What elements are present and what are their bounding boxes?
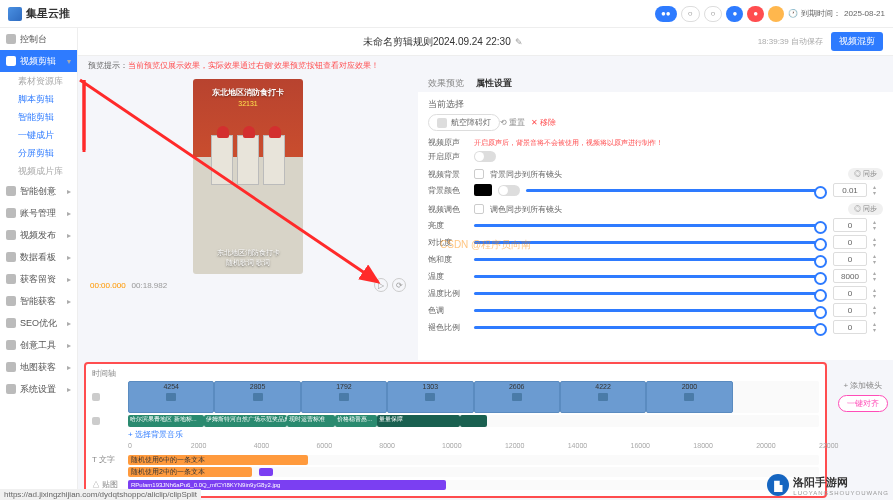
sidebar-item-10[interactable]: 系统设置▸	[0, 378, 77, 400]
slider-val-5[interactable]: 0	[833, 303, 867, 317]
slider-6[interactable]	[474, 326, 827, 329]
play-button[interactable]: ▷	[374, 278, 388, 292]
sync-button-1[interactable]: ◎ 同步	[848, 168, 883, 180]
stepper-3[interactable]: ▴▾	[873, 270, 883, 282]
stepper-4[interactable]: ▴▾	[873, 287, 883, 299]
slider-val-0[interactable]: 0	[833, 218, 867, 232]
audio-track[interactable]: 哈尔滨果青地区 新地标...伊姆斯特河自然广场示范奖品典...现时运营标准价格稳…	[128, 415, 819, 427]
slider-label-0: 亮度	[428, 220, 468, 231]
adj-sync-check[interactable]	[474, 204, 484, 214]
site-watermark: 洛阳手游网LUOYANGSHOUYOUWANG	[767, 474, 889, 496]
slider-val-3[interactable]: 8000	[833, 269, 867, 283]
text-track-1[interactable]: 随机使用6中的一条文本	[128, 455, 819, 465]
sidebar-item-6[interactable]: 智能获客▸	[0, 290, 77, 312]
slider-val-4[interactable]: 0	[833, 286, 867, 300]
video-track[interactable]: 4254280517921303260642222000	[128, 381, 819, 413]
align-button[interactable]: 一键对齐	[838, 395, 888, 412]
video-title: 东北地区消防食打卡	[212, 87, 284, 98]
video-preview[interactable]: 东北地区消防食打卡 32131 东北地区消防食打卡随机歌词 歌词	[193, 79, 303, 274]
remove-button[interactable]: ✕ 移除	[531, 118, 556, 127]
chip-icon	[437, 118, 447, 128]
stepper-6[interactable]: ▴▾	[873, 321, 883, 333]
console-icon	[6, 34, 16, 44]
video-clip-1[interactable]: 2805	[214, 381, 300, 413]
top-pill-1[interactable]: ●●	[655, 6, 677, 22]
slider-3[interactable]	[474, 275, 827, 278]
sidebar-sub-oneclick[interactable]: 一键成片	[0, 126, 77, 144]
video-clip-0[interactable]: 4254	[128, 381, 214, 413]
add-music-button[interactable]: + 选择背景音乐	[128, 429, 819, 440]
sticker-track[interactable]: RPulam193JNh6aPu6_0.0Q_mfCYl8KYN9in9yG8y…	[128, 480, 819, 490]
top-pill-notif[interactable]: ●	[747, 6, 764, 22]
audio-clip-3[interactable]: 价格稳普惠...	[335, 415, 376, 427]
bg-sync-check[interactable]	[474, 169, 484, 179]
audio-clip-1[interactable]: 伊姆斯特河自然广场示范奖品典...	[204, 415, 287, 427]
slider-val-1[interactable]: 0	[833, 235, 867, 249]
sidebar-item-8[interactable]: 创意工具▸	[0, 334, 77, 356]
slider-label-5: 色调	[428, 305, 468, 316]
loop-button[interactable]: ⟳	[392, 278, 406, 292]
slider-label-2: 饱和度	[428, 254, 468, 265]
folder-icon	[512, 393, 522, 401]
bg-toggle[interactable]	[498, 185, 520, 196]
sidebar-item-7[interactable]: SEO优化▸	[0, 312, 77, 334]
sidebar-sub-script[interactable]: 脚本剪辑	[0, 90, 77, 108]
sidebar-sub-smart[interactable]: 智能剪辑	[0, 108, 77, 126]
reset-button[interactable]: ⟲ 重置	[500, 118, 525, 127]
slider-2[interactable]	[474, 258, 827, 261]
sidebar-item-3[interactable]: 视频发布▸	[0, 224, 77, 246]
track-label-audio	[92, 417, 124, 425]
add-shot-button[interactable]: + 添加镜头	[844, 380, 883, 391]
sidebar-item-1[interactable]: 智能创意▸	[0, 180, 77, 202]
slider-5[interactable]	[474, 309, 827, 312]
opacity-slider[interactable]	[526, 189, 827, 192]
bg-color-swatch[interactable]	[474, 184, 492, 196]
slider-0[interactable]	[474, 224, 827, 227]
top-pill-2[interactable]: ○	[681, 6, 700, 22]
opacity-value[interactable]: 0.01	[833, 183, 867, 197]
mix-video-button[interactable]: 视频混剪	[831, 32, 883, 51]
label-adjust: 视频调色	[428, 204, 468, 215]
sticker-clip[interactable]: RPulam193JNh6aPu6_0.0Q_mfCYl8KYN9in9yG8y…	[128, 480, 446, 490]
tab-properties[interactable]: 属性设置	[476, 77, 512, 90]
stepper-1[interactable]: ▴▾	[873, 236, 883, 248]
slider-4[interactable]	[474, 292, 827, 295]
text-clip-1[interactable]: 随机使用6中的一条文本	[128, 455, 308, 465]
video-clip-5[interactable]: 4222	[560, 381, 646, 413]
sticker-small[interactable]	[259, 468, 273, 476]
sidebar-item-4[interactable]: 数据看板▸	[0, 246, 77, 268]
sync-button-2[interactable]: ◎ 同步	[848, 203, 883, 215]
opacity-stepper[interactable]: ▴▾	[873, 184, 883, 196]
slider-val-6[interactable]: 0	[833, 320, 867, 334]
app-logo: 集星云推	[8, 6, 70, 21]
avatar[interactable]	[768, 6, 784, 22]
video-clip-3[interactable]: 1303	[387, 381, 473, 413]
document-title[interactable]: 未命名剪辑规则2024.09.24 22:30✎	[136, 35, 750, 49]
sidebar-console[interactable]: 控制台	[0, 28, 77, 50]
sidebar-item-5[interactable]: 获客留资▸	[0, 268, 77, 290]
sound-toggle[interactable]	[474, 151, 496, 162]
audio-clip-2[interactable]: 现时运营标准	[287, 415, 335, 427]
top-pill-3[interactable]: ○	[704, 6, 723, 22]
slider-val-2[interactable]: 0	[833, 252, 867, 266]
selected-chip[interactable]: 航空障碍灯	[428, 114, 500, 131]
top-pill-4[interactable]: ●	[726, 6, 743, 22]
video-clip-2[interactable]: 1792	[301, 381, 387, 413]
audio-clip-0[interactable]: 哈尔滨果青地区 新地标...	[128, 415, 204, 427]
tab-preview[interactable]: 效果预览	[428, 77, 464, 90]
sidebar-item-2[interactable]: 账号管理▸	[0, 202, 77, 224]
sidebar-sub-split[interactable]: 分屏剪辑	[0, 144, 77, 162]
edit-icon[interactable]: ✎	[515, 37, 523, 47]
audio-clip-5[interactable]	[460, 415, 488, 427]
text-track-2[interactable]: 随机使用2中的一条文本	[128, 467, 819, 477]
stepper-0[interactable]: ▴▾	[873, 219, 883, 231]
stepper-2[interactable]: ▴▾	[873, 253, 883, 265]
slider-label-3: 温度	[428, 271, 468, 282]
text-clip-2[interactable]: 随机使用2中的一条文本	[128, 467, 252, 477]
sidebar-item-9[interactable]: 地图获客▸	[0, 356, 77, 378]
stepper-5[interactable]: ▴▾	[873, 304, 883, 316]
audio-clip-4[interactable]: 量量保障	[377, 415, 460, 427]
video-clip-6[interactable]: 2000	[646, 381, 732, 413]
sidebar-item-video-edit[interactable]: 视频剪辑▾	[0, 50, 77, 72]
video-clip-4[interactable]: 2606	[474, 381, 560, 413]
